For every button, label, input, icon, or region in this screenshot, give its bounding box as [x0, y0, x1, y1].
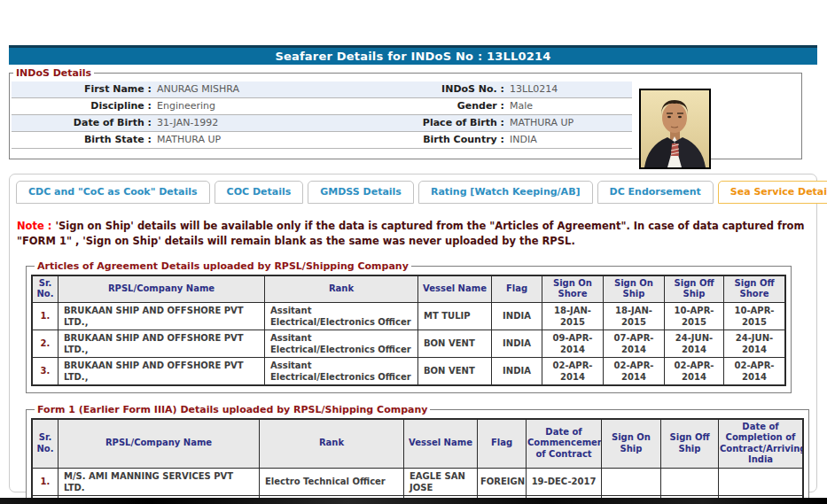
page-title: Seafarer Details for INDoS No : 13LL0214 [9, 45, 817, 65]
tab-gmdss-details[interactable]: GMDSS Details [308, 181, 414, 204]
tab-sea-service-details[interactable]: Sea Service Details [718, 181, 827, 204]
table-cell: EAGLE SAN JOSE [404, 468, 478, 495]
articles-of-agreement-table: Sr. No.RPSL/Company NameRankVessel NameF… [31, 275, 786, 386]
table-cell: 18-JAN-2015 [542, 302, 604, 330]
field-label: Discipline : [12, 98, 152, 114]
column-header-flag: Flag [478, 419, 527, 469]
table-cell: 10-APR-2015 [724, 302, 786, 330]
form1-legend: Form 1 (Earlier Form IIIA) Details uploa… [35, 404, 430, 415]
table-cell: INDIA [492, 357, 542, 385]
indos-details-legend: INDoS Details [13, 67, 94, 79]
field-value: 31-JAN-1992 [157, 115, 218, 131]
field-value: INDIA [510, 132, 537, 148]
header-row: Sr. No.RPSL/Company NameRankVessel NameF… [32, 275, 785, 303]
form1-section: Form 1 (Earlier Form IIIA) Details uploa… [26, 404, 809, 504]
info-row: Discipline :EngineeringGender :Male [12, 98, 632, 115]
field-value: MATHURA UP [157, 132, 221, 148]
table-cell: 02-APR-2014 [604, 357, 665, 385]
note: Note : 'Sign on Ship' details will be av… [17, 219, 807, 250]
column-header-sr-no: Sr. No. [32, 275, 59, 303]
column-header-date-of-completion-of-contract-arriving-india: Date of Completion of Contract/Arriving … [719, 419, 804, 469]
table-cell: 2. [32, 330, 59, 357]
table-cell: Assitant Electrical/Electronics Officer [265, 302, 418, 330]
seafarer-photo [639, 89, 711, 169]
table-cell: 24-JUN-2014 [724, 330, 786, 357]
note-prefix: Note : [17, 220, 51, 232]
table-cell: 3. [32, 357, 59, 385]
table-cell: 1. [32, 468, 59, 495]
header-row: Sr. No.RPSL/Company NameRankVessel NameF… [32, 419, 803, 469]
table-cell [602, 468, 661, 495]
table-cell: 10-APR-2015 [665, 302, 724, 330]
tab-cdc-and-coc-as-cook-details[interactable]: CDC and "CoC as Cook" Details [16, 181, 210, 204]
field-birth-country: Birth Country :INDIA [400, 132, 632, 148]
field-label: Birth Country : [400, 132, 504, 148]
column-header-flag: Flag [492, 275, 542, 303]
note-body: 'Sign on Ship' details will be available… [17, 220, 804, 247]
field-label: Birth State : [12, 132, 152, 148]
tab-rating-watch-keeping-ab[interactable]: Rating [Watch Keeping/AB] [418, 181, 593, 204]
table-cell: INDIA [492, 330, 542, 357]
column-header-sign-off-ship: Sign Off Ship [661, 419, 719, 469]
table-cell: 1. [32, 302, 59, 330]
field-label: INDoS No. : [400, 81, 504, 97]
articles-of-agreement-legend: Articles of Agreement Details uploaded b… [35, 260, 411, 272]
table-cell: BON VENT [418, 330, 492, 357]
table-cell: Assitant Electrical/Electronics Officer [265, 330, 418, 357]
field-label: Gender : [400, 98, 504, 114]
field-indos-no: INDoS No. :13LL0214 [400, 81, 632, 97]
field-label: Date of Birth : [12, 115, 152, 131]
table-cell: MT TULIP [418, 302, 492, 330]
table-cell: FOREIGN [478, 468, 527, 495]
field-gender: Gender :Male [400, 98, 632, 114]
column-header-sign-on-ship: Sign On Ship [602, 419, 661, 469]
field-label: First Name : [12, 81, 152, 97]
column-header-sign-on-shore: Sign On Shore [542, 275, 604, 303]
table-cell: M/S. AMI MANNING SERVICES PVT LTD. [59, 468, 260, 495]
table-cell: 09-APR-2014 [542, 330, 604, 357]
table-row: 2.BRUKAAN SHIP AND OFFSHORE PVT LTD.,Ass… [32, 330, 785, 357]
column-header-sr-no: Sr. No. [32, 419, 59, 469]
field-birth-state: Birth State :MATHURA UP [12, 132, 400, 148]
table-cell: BRUKAAN SHIP AND OFFSHORE PVT LTD., [59, 330, 265, 357]
field-value: Male [510, 98, 533, 114]
field-value: ANURAG MISHRA [157, 81, 239, 97]
table-row: 1.M/S. AMI MANNING SERVICES PVT LTD.Elec… [32, 468, 803, 495]
column-header-sign-off-shore: Sign Off Shore [724, 275, 786, 303]
column-header-rank: Rank [260, 419, 404, 469]
info-row: Date of Birth :31-JAN-1992Place of Birth… [12, 115, 632, 132]
field-place-of-birth: Place of Birth :MATHURA UP [400, 115, 632, 131]
field-discipline: Discipline :Engineering [12, 98, 400, 114]
column-header-vessel-name: Vessel Name [418, 275, 492, 303]
articles-of-agreement-section: Articles of Agreement Details uploaded b… [26, 260, 792, 393]
column-header-rpsl-company-name: RPSL/Company Name [59, 275, 265, 303]
table-cell [719, 468, 804, 495]
table-cell [661, 468, 719, 495]
table-cell: 02-APR-2014 [665, 357, 724, 385]
indos-grid: First Name :ANURAG MISHRAINDoS No. :13LL… [12, 81, 632, 149]
table-row: 1.BRUKAAN SHIP AND OFFSHORE PVT LTD.,Ass… [32, 302, 785, 330]
column-header-date-of-commencement-of-contract: Date of Commencement of Contract [527, 419, 602, 469]
field-label: Place of Birth : [400, 115, 504, 131]
table-row: 3.BRUKAAN SHIP AND OFFSHORE PVT LTD.,Ass… [32, 357, 785, 385]
table-cell: 07-APR-2014 [604, 330, 665, 357]
form1-table: Sr. No.RPSL/Company NameRankVessel NameF… [31, 418, 804, 504]
table-cell: BRUKAAN SHIP AND OFFSHORE PVT LTD., [59, 357, 265, 385]
table-cell: 24-JUN-2014 [665, 330, 724, 357]
table-cell: Assitant Electrical/Electronics Officer [265, 357, 418, 385]
field-value: MATHURA UP [510, 115, 573, 131]
column-header-vessel-name: Vessel Name [404, 419, 478, 469]
tab-coc-details[interactable]: COC Details [215, 181, 304, 204]
table-cell: 19-DEC-2017 [527, 468, 602, 495]
tab-dc-endorsement[interactable]: DC Endorsement [597, 181, 714, 204]
field-first-name: First Name :ANURAG MISHRA [12, 81, 400, 97]
table-cell: Electro Technical Officer [260, 468, 404, 495]
column-header-rank: Rank [265, 275, 418, 303]
tab-panel: CDC and "CoC as Cook" DetailsCOC Details… [9, 174, 817, 492]
column-header-sign-off-ship: Sign Off Ship [665, 275, 724, 303]
field-date-of-birth: Date of Birth :31-JAN-1992 [12, 115, 400, 131]
seafarer-photo-image [641, 90, 709, 167]
table-cell: INDIA [492, 302, 542, 330]
field-value: Engineering [157, 98, 215, 114]
table-cell: 18-JAN-2015 [604, 302, 665, 330]
